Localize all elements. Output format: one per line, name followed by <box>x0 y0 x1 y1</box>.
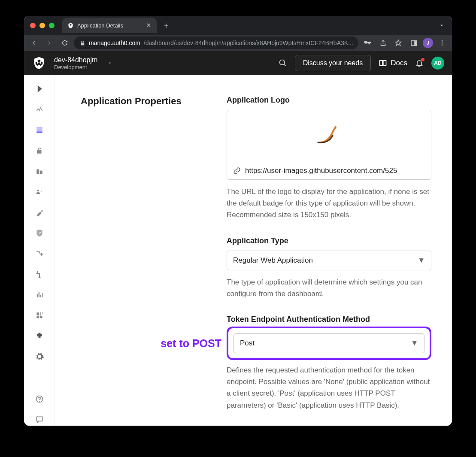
token-auth-help: Defines the requested authentication met… <box>227 364 431 411</box>
app-body: Application Properties Application Logo <box>24 75 452 426</box>
auth0-favicon-icon <box>67 22 74 29</box>
svg-point-2 <box>442 40 443 42</box>
chevron-down-icon <box>107 60 113 66</box>
nav-users-icon[interactable] <box>32 186 47 198</box>
logo-help: The URL of the logo to display for the a… <box>227 186 431 221</box>
chevron-down-icon: ▼ <box>411 339 418 348</box>
maximize-window-button[interactable] <box>49 23 55 28</box>
logo-preview <box>227 110 431 162</box>
tab-overflow-button[interactable] <box>438 22 445 29</box>
address-bar[interactable]: manage.auth0.com/dashboard/us/dev-84dhop… <box>74 36 358 49</box>
nav-extensions-icon[interactable] <box>32 330 47 342</box>
browser-profile-avatar[interactable]: J <box>423 38 433 48</box>
user-avatar[interactable]: AD <box>431 57 444 70</box>
back-button[interactable] <box>27 36 40 49</box>
side-panel-icon[interactable] <box>407 36 420 49</box>
close-window-button[interactable] <box>30 23 36 28</box>
notifications-button[interactable] <box>415 59 424 67</box>
callout-annotation: set to POST <box>161 337 221 349</box>
docs-link[interactable]: Docs <box>379 59 407 67</box>
svg-point-4 <box>442 44 443 45</box>
docs-label: Docs <box>391 59 407 67</box>
nav-auth-pipeline-icon[interactable] <box>32 268 47 280</box>
app-type-help: The type of application will determine w… <box>227 276 431 300</box>
discuss-needs-button[interactable]: Discuss your needs <box>295 55 371 71</box>
nav-monitoring-icon[interactable] <box>32 289 47 301</box>
window-controls <box>30 23 55 28</box>
url-host: manage.auth0.com <box>89 39 140 46</box>
svg-rect-1 <box>414 40 417 45</box>
book-icon <box>379 59 387 67</box>
browser-menu-button[interactable] <box>436 36 449 49</box>
logo-url-input[interactable]: https://user-images.githubusercontent.co… <box>227 162 431 179</box>
app-type-label: Application Type <box>227 236 431 245</box>
auth0-logo-icon[interactable] <box>32 56 46 70</box>
search-icon[interactable] <box>279 59 287 67</box>
browser-toolbar: manage.auth0.com/dashboard/us/dev-84dhop… <box>24 35 452 51</box>
tenant-env: Development <box>54 64 97 71</box>
url-path: /dashboard/us/dev-84dhopjm/applications/… <box>144 39 353 46</box>
chevron-down-icon: ▼ <box>418 256 425 265</box>
nav-authentication-icon[interactable] <box>32 145 47 157</box>
forward-button[interactable] <box>43 36 56 49</box>
tab-title: Application Details <box>77 22 123 29</box>
app-type-value: Regular Web Application <box>233 256 313 265</box>
token-auth-value: Post <box>240 339 255 348</box>
password-key-icon[interactable] <box>361 36 374 49</box>
browser-tab[interactable]: Application Details ✕ <box>62 18 157 33</box>
bookmark-star-icon[interactable] <box>392 36 405 49</box>
logo-label: Application Logo <box>227 96 431 105</box>
browser-window: Application Details ✕ ＋ manage.auth0.com… <box>24 16 452 426</box>
app-type-select[interactable]: Regular Web Application ▼ <box>227 251 431 270</box>
main-content: Application Properties Application Logo <box>55 75 452 426</box>
token-auth-highlight: set to POST Post ▼ <box>227 327 431 360</box>
nav-activity-icon[interactable] <box>32 103 47 115</box>
nav-marketplace-icon[interactable] <box>32 309 47 321</box>
share-icon[interactable] <box>376 36 389 49</box>
section-title: Application Properties <box>81 96 209 107</box>
nav-applications-icon[interactable] <box>32 124 47 136</box>
new-tab-button[interactable]: ＋ <box>162 20 170 31</box>
logo-image <box>317 126 341 146</box>
tenant-name: dev-84dhopjm <box>54 56 97 64</box>
token-auth-select[interactable]: Post ▼ <box>233 333 424 353</box>
link-icon <box>233 167 241 175</box>
nav-organizations-icon[interactable] <box>32 165 47 177</box>
reload-button[interactable] <box>58 36 71 49</box>
nav-actions-icon[interactable] <box>32 248 47 260</box>
logo-url-value: https://user-images.githubusercontent.co… <box>245 166 425 175</box>
auth0-topbar: dev-84dhopjm Development Discuss your ne… <box>24 51 452 75</box>
nav-getting-started-icon[interactable] <box>32 83 47 95</box>
notification-dot <box>421 58 424 61</box>
left-nav <box>24 75 55 426</box>
nav-feedback-icon[interactable] <box>32 414 47 426</box>
minimize-window-button[interactable] <box>39 23 45 28</box>
nav-branding-icon[interactable] <box>32 206 47 218</box>
logo-box: https://user-images.githubusercontent.co… <box>227 110 431 180</box>
svg-point-3 <box>442 42 443 44</box>
browser-tabstrip: Application Details ✕ ＋ <box>24 16 452 35</box>
lock-icon <box>80 40 85 46</box>
close-tab-icon[interactable]: ✕ <box>146 21 152 29</box>
nav-security-icon[interactable] <box>32 227 47 239</box>
svg-point-5 <box>279 60 285 65</box>
token-auth-label: Token Endpoint Authentication Method <box>227 315 431 324</box>
nav-settings-icon[interactable] <box>32 351 47 363</box>
tenant-switcher[interactable]: dev-84dhopjm Development <box>54 56 97 71</box>
nav-help-icon[interactable] <box>32 393 47 405</box>
